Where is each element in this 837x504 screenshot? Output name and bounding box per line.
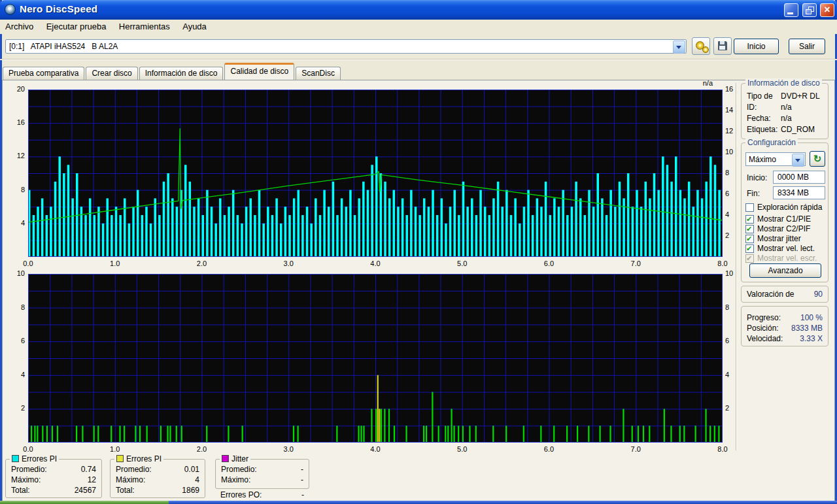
axis-tick-label: 6.0: [539, 260, 559, 268]
taskbar-start-strip: [0, 501, 169, 504]
tab-strip: Prueba comparativa Crear disco Informaci…: [3, 65, 342, 80]
pi-errors-panel: Errores PI Promedio:0.74 Máximo:12 Total…: [5, 459, 102, 498]
checkbox-icon[interactable]: [745, 235, 754, 243]
start-mb-label: Inicio:: [747, 173, 767, 182]
disc-label-value: CD_ROM: [781, 125, 815, 134]
checkbox-icon[interactable]: [745, 215, 754, 224]
score-label: Valoración de: [747, 290, 794, 299]
taskbar-strip: [169, 501, 837, 504]
speed-select[interactable]: Máximo: [745, 152, 806, 166]
status-group: Progreso:100 % Posición:8333 MB Velocida…: [741, 306, 828, 346]
axis-tick-label: 4.0: [366, 445, 385, 454]
disc-info-group: Información de disco Tipo deDVD+R DL ID:…: [741, 83, 828, 139]
axis-tick-label: 3.0: [279, 260, 298, 268]
menu-ayuda[interactable]: Ayuda: [177, 20, 212, 31]
menu-ejecutar-prueba[interactable]: Ejecutar prueba: [41, 20, 112, 31]
end-mb-input[interactable]: [773, 186, 825, 199]
checkbox-icon[interactable]: [745, 244, 754, 253]
config-group: Configuración Máximo ↻ Inicio: Fin: Expl…: [741, 143, 828, 282]
disc-icon: [696, 41, 704, 50]
po-errors-label: Errores PO:: [220, 490, 262, 499]
tab-calidad-de-disco[interactable]: Calidad de disco: [224, 63, 294, 80]
app-icon: [5, 4, 16, 15]
pif-swatch-icon: [116, 455, 124, 462]
minimize-button[interactable]: [784, 3, 798, 17]
checkbox-icon[interactable]: [745, 225, 754, 233]
speed-value: 3.33 X: [800, 334, 823, 343]
nero-discspeed-window: Nero DiscSpeed Archivo Ejecutar prueba H…: [0, 0, 837, 504]
title-bar: Nero DiscSpeed: [0, 0, 837, 20]
end-mb-label: Fin:: [747, 189, 760, 198]
axis-tick-label: 0.0: [18, 445, 38, 454]
disc-type-value: DVD+R DL: [781, 92, 820, 101]
close-button[interactable]: [820, 3, 834, 17]
disc-id-value: n/a: [781, 103, 792, 112]
start-mb-input[interactable]: [773, 171, 825, 184]
disc-date-value: n/a: [781, 114, 792, 123]
axis-tick-label: 3.0: [279, 445, 298, 454]
axis-tick-label: 1.0: [105, 260, 125, 268]
checkbox-icon[interactable]: [745, 203, 754, 212]
position-value: 8333 MB: [791, 324, 823, 333]
axis-tick-label: 8.0: [713, 445, 732, 454]
floppy-icon: [718, 41, 727, 50]
progress-value: 100 %: [800, 313, 823, 322]
score-group: Valoración de 90: [741, 286, 828, 303]
axis-tick-label: 4: [4, 219, 25, 227]
speed-select-value: Máximo: [749, 155, 776, 164]
axis-tick-label: 2: [725, 231, 743, 240]
disc-date-label: Fecha:: [747, 114, 771, 123]
axis-tick-label: 7.0: [626, 445, 645, 454]
axis-tick-label: 8: [725, 169, 743, 177]
axis-tick-label: 8: [4, 303, 25, 312]
axis-tick-label: 6.0: [539, 445, 559, 454]
chevron-down-icon[interactable]: [792, 154, 804, 167]
menu-archivo[interactable]: Archivo: [0, 20, 39, 31]
chevron-down-icon[interactable]: [673, 41, 685, 54]
axis-tick-label: 2: [725, 404, 743, 412]
disc-id-label: ID:: [747, 103, 757, 112]
position-label: Posición:: [747, 324, 779, 333]
axis-tick-label: 2.0: [192, 445, 212, 454]
tab-scandisc[interactable]: ScanDisc: [296, 67, 341, 80]
exit-button[interactable]: Salir: [789, 39, 825, 54]
axis-tick-label: 6: [725, 190, 743, 198]
axis-tick-label: 12: [725, 127, 743, 135]
eject-disc-button[interactable]: [692, 37, 710, 55]
axis-tick-label: 8: [4, 186, 25, 194]
drive-select[interactable]: [0:1] ATAPI iHAS524 B AL2A: [5, 39, 687, 54]
axis-tick-label: 20: [4, 85, 25, 93]
disc-label-label: Etiqueta:: [747, 125, 777, 134]
speed-label: Velocidad:: [747, 334, 783, 343]
jitter-panel-title: Jitter: [231, 454, 248, 463]
save-button[interactable]: [713, 37, 732, 55]
progress-label: Progreso:: [747, 313, 781, 322]
axis-tick-label: 4: [725, 371, 743, 379]
po-errors-value: -: [301, 490, 304, 499]
grafico-calidad-pi-velocidad: [28, 90, 723, 257]
axis-tick-label: 1.0: [105, 445, 125, 454]
axis-tick-label: 4: [4, 371, 25, 379]
axis-tick-label: 4: [725, 210, 743, 219]
axis-tick-label: 2.0: [192, 260, 212, 268]
restore-button[interactable]: [802, 3, 817, 17]
menu-herramientas[interactable]: Herramientas: [114, 20, 175, 31]
start-button[interactable]: Inicio: [734, 39, 779, 54]
axis-tick-label: 0.0: [18, 260, 38, 268]
tab-prueba-comparativa[interactable]: Prueba comparativa: [3, 67, 84, 80]
pif-panel-title: Errores PI: [126, 454, 162, 463]
window-title: Nero DiscSpeed: [20, 3, 97, 14]
tab-crear-disco[interactable]: Crear disco: [86, 67, 137, 80]
axis-tick-label: 6: [4, 337, 25, 345]
axis-tick-label: 16: [4, 118, 25, 127]
axis-tick-label: 8.0: [713, 260, 732, 268]
checkbox-icon: [745, 254, 754, 263]
pif-errors-panel: Errores PI Promedio:0.01 Máximo:4 Total:…: [110, 459, 205, 498]
disc-info-title: Información de disco: [745, 78, 822, 88]
axis-tick-label: 10: [725, 269, 743, 278]
axis-tick-label: 6: [725, 337, 743, 345]
advanced-button[interactable]: Avanzado: [749, 263, 821, 278]
refresh-button[interactable]: ↻: [810, 151, 825, 167]
grafico-errores-pif: [28, 274, 723, 443]
tab-informacion-de-disco[interactable]: Información de disco: [139, 67, 224, 80]
